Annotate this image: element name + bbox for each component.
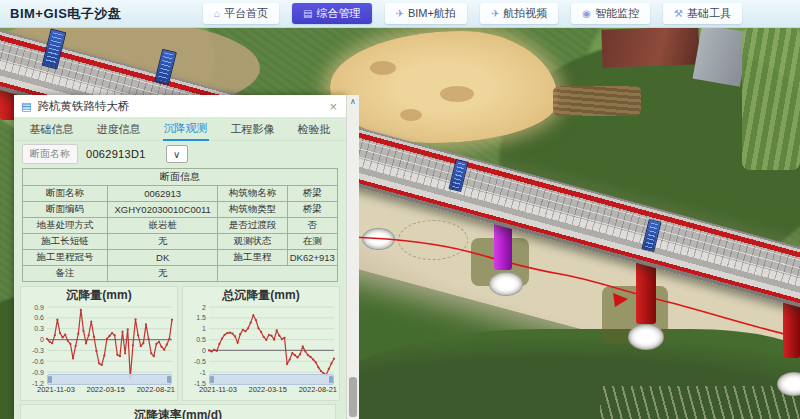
- top-navigation-bar: BIM+GIS电子沙盘 ⌂平台首页▤综合管理✈BIM+航拍✈航拍视频◉智能监控⚒…: [0, 0, 800, 28]
- application-window: BIM+GIS电子沙盘 ⌂平台首页▤综合管理✈BIM+航拍✈航拍视频◉智能监控⚒…: [0, 0, 800, 419]
- tab-3[interactable]: 工程影像: [230, 118, 276, 140]
- table-cell: 断面编码: [23, 202, 108, 218]
- panel-tabs: 基础信息进度信息沉降观测工程影像检验批: [14, 117, 346, 141]
- chevron-down-icon: ∨: [173, 149, 180, 160]
- table-cell: 嵌岩桩: [108, 218, 218, 234]
- x-tick-label: 2022-08-21: [137, 385, 175, 394]
- svg-text:-0.5: -0.5: [194, 358, 206, 365]
- table-cell: 观测状态: [218, 234, 287, 250]
- panel-title: 跨杭黄铁路特大桥: [37, 99, 327, 114]
- total-settlement-chart: 总沉降量(mm) 21.510.50-0.5-1-1.5 2021-11-032…: [182, 286, 340, 401]
- bridge-info-panel: ▤ 跨杭黄铁路特大桥 × 基础信息进度信息沉降观测工程影像检验批 断面名称 00…: [14, 95, 346, 419]
- nav-button-1[interactable]: ▤综合管理: [292, 3, 371, 24]
- nav-button-3[interactable]: ✈航拍视频: [480, 3, 558, 24]
- svg-text:0: 0: [202, 347, 206, 354]
- x-tick-label: 2022-03-15: [87, 385, 125, 394]
- scroll-up-arrow[interactable]: ∧: [347, 95, 359, 108]
- svg-text:0.9: 0.9: [34, 304, 44, 311]
- nav-button-4[interactable]: ◉智能监控: [571, 3, 650, 24]
- table-cell: 备注: [23, 266, 108, 282]
- tab-0[interactable]: 基础信息: [29, 118, 75, 140]
- svg-text:-0.9: -0.9: [32, 369, 44, 376]
- x-tick-label: 2022-08-21: [299, 385, 337, 394]
- aerial-video-icon: ✈: [491, 8, 499, 19]
- section-name-value: 0062913D1: [86, 148, 146, 160]
- table-cell: 是否过渡段: [218, 218, 287, 234]
- table-cell: 断面名称: [23, 186, 108, 202]
- svg-text:-0.6: -0.6: [32, 358, 44, 365]
- table-cell: 在测: [287, 234, 337, 250]
- table-cell: 地基处理方式: [23, 218, 108, 234]
- table-cell: 施工里程冠号: [23, 250, 108, 266]
- nav-label: 基础工具: [687, 6, 731, 21]
- table-title: 断面信息: [23, 169, 338, 186]
- panel-scrollbar[interactable]: ∧: [346, 95, 359, 419]
- svg-text:0.5: 0.5: [196, 336, 206, 343]
- close-icon[interactable]: ×: [327, 99, 339, 114]
- panel-header: ▤ 跨杭黄铁路特大桥 ×: [14, 95, 346, 117]
- nav-button-2[interactable]: ✈BIM+航拍: [385, 3, 467, 24]
- settlement-rate-chart: 沉降速率(mm/d) 0.15: [20, 404, 336, 419]
- svg-text:1: 1: [202, 325, 206, 332]
- section-selector-row: 断面名称 0062913D1 ∨: [14, 141, 346, 167]
- charts-row: 沉降量(mm) 0.90.60.30-0.3-0.6-0.9-1.2 2021-…: [14, 284, 346, 401]
- x-tick-label: 2021-11-03: [37, 385, 75, 394]
- table-cell: 施工长短链: [23, 234, 108, 250]
- scrollbar-thumb[interactable]: [349, 377, 357, 417]
- settlement-chart: 沉降量(mm) 0.90.60.30-0.3-0.6-0.9-1.2 2021-…: [20, 286, 178, 401]
- chart-title: 沉降量(mm): [21, 287, 177, 303]
- tab-4[interactable]: 检验批: [297, 118, 332, 140]
- table-cell: DK: [108, 250, 218, 266]
- table-cell: 构筑物类型: [218, 202, 287, 218]
- x-axis-labels: 2021-11-032022-03-152022-08-21: [21, 385, 177, 394]
- section-dropdown-button[interactable]: ∨: [166, 145, 188, 163]
- svg-text:0: 0: [40, 336, 44, 343]
- x-tick-label: 2021-11-03: [199, 385, 237, 394]
- section-name-label: 断面名称: [22, 144, 78, 164]
- table-cell: 无: [108, 234, 218, 250]
- tools-icon: ⚒: [674, 8, 683, 19]
- svg-text:0.3: 0.3: [34, 325, 44, 332]
- svg-text:2: 2: [202, 304, 206, 311]
- table-cell: 否: [287, 218, 337, 234]
- table-cell: 无: [108, 266, 218, 282]
- nav-button-5[interactable]: ⚒基础工具: [663, 3, 742, 24]
- table-cell: [218, 266, 338, 282]
- tab-1[interactable]: 进度信息: [96, 118, 142, 140]
- camera-icon: ◉: [582, 8, 591, 19]
- nav-label: BIM+航拍: [408, 6, 456, 21]
- app-title: BIM+GIS电子沙盘: [10, 5, 121, 23]
- nav-button-0[interactable]: ⌂平台首页: [203, 3, 279, 24]
- table-cell: DK62+913: [287, 250, 337, 266]
- table-cell: 构筑物名称: [218, 186, 287, 202]
- nav-label: 平台首页: [224, 6, 268, 21]
- svg-text:0.6: 0.6: [34, 314, 44, 321]
- home-icon: ⌂: [214, 8, 220, 19]
- section-info-table: 断面信息断面名称0062913构筑物名称桥梁断面编码XGHY02030010C0…: [22, 168, 338, 282]
- x-tick-label: 2022-03-15: [249, 385, 287, 394]
- table-cell: 桥梁: [287, 202, 337, 218]
- svg-text:-0.3: -0.3: [32, 347, 44, 354]
- nav-menu: ⌂平台首页▤综合管理✈BIM+航拍✈航拍视频◉智能监控⚒基础工具: [203, 3, 742, 24]
- drone-icon: ✈: [396, 8, 404, 19]
- svg-text:-1: -1: [200, 369, 206, 376]
- chart-title: 沉降速率(mm/d): [21, 405, 335, 419]
- nav-label: 航拍视频: [503, 6, 547, 21]
- list-icon: ▤: [21, 100, 31, 113]
- chart-title: 总沉降量(mm): [183, 287, 339, 303]
- bridge-pier[interactable]: [783, 298, 800, 358]
- table-cell: XGHY02030010C0011: [108, 202, 218, 218]
- datazoom-slider[interactable]: [47, 374, 172, 385]
- table-cell: 0062913: [108, 186, 218, 202]
- svg-text:1.5: 1.5: [196, 314, 206, 321]
- nav-label: 智能监控: [595, 6, 639, 21]
- tab-2[interactable]: 沉降观测: [163, 117, 209, 141]
- management-icon: ▤: [303, 8, 312, 19]
- table-cell: 施工里程: [218, 250, 287, 266]
- datazoom-slider[interactable]: [209, 374, 334, 385]
- x-axis-labels: 2021-11-032022-03-152022-08-21: [183, 385, 339, 394]
- table-cell: 桥梁: [287, 186, 337, 202]
- nav-label: 综合管理: [317, 6, 361, 21]
